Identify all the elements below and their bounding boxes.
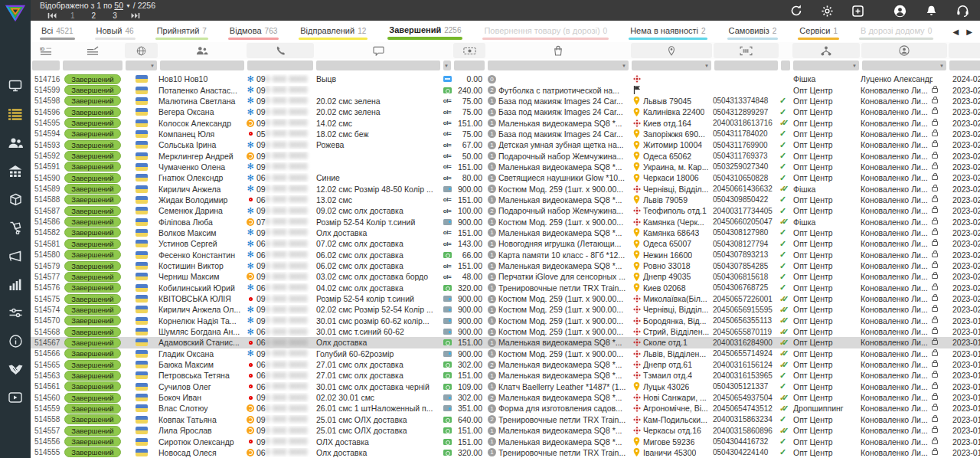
table-row[interactable]: 514594 Завершений Компанец Юля 050 000 0… [31, 129, 980, 139]
tab-Завершений[interactable]: Завершений2256 [387, 21, 462, 42]
table-row[interactable]: 514581 Завершений Устинов Сергей ✻060 00… [31, 238, 980, 249]
page-number-1[interactable]: 1 [70, 11, 75, 21]
status-badge[interactable]: Завершений [64, 381, 120, 391]
tab-Сервіси[interactable]: Сервіси1 [798, 21, 839, 42]
tab-В дорозі додому[interactable]: В дорозі додому0 [859, 21, 933, 42]
table-row[interactable]: 514570 Завершений Корнелюк Надія Та... ✻… [31, 316, 980, 326]
filter-input-payment-type[interactable]: ▼ [443, 61, 451, 70]
tab-Нема в наявності[interactable]: Нема в наявності2 [629, 21, 707, 42]
status-badge[interactable]: Завершений [64, 107, 120, 117]
table-row[interactable]: 514558 Завершений Ковпак Татьяна 090 000… [31, 414, 980, 425]
filter-input-phone[interactable] [247, 61, 313, 70]
notifications-button[interactable] [926, 5, 937, 17]
page-number-2[interactable]: 2 [92, 11, 96, 21]
sidebar-item-orders[interactable] [6, 108, 24, 123]
status-badge[interactable]: Завершений [64, 305, 120, 315]
status-badge[interactable]: Завершений [64, 195, 120, 204]
table-row[interactable]: 514580 Завершений Фесенко Константин ✻06… [31, 250, 980, 260]
table-row[interactable]: 514590 Завершений Гнатюк Олексндр ✻060 0… [31, 172, 980, 183]
column-header-date[interactable] [949, 43, 980, 58]
filter-input-tracking[interactable] [714, 61, 778, 70]
table-row[interactable]: 514555 Завершений Новосад Олеся 060 000 … [31, 447, 980, 458]
sidebar-item-marketing[interactable] [6, 250, 24, 265]
column-header-id[interactable]: ID [31, 43, 61, 58]
status-badge[interactable]: Завершений [64, 85, 120, 95]
sidebar-item-statistics[interactable] [6, 278, 24, 293]
table-row[interactable]: 514579 Завершений Костишин Виктор ✻090 0… [31, 260, 980, 271]
filter-input-comment[interactable] [316, 61, 440, 70]
filter-input-confirmed[interactable] [781, 61, 790, 70]
filter-input-delivery[interactable]: ▼ [632, 61, 711, 70]
status-badge[interactable]: Завершений [64, 348, 120, 358]
filter-input-date[interactable] [949, 61, 980, 70]
page-number-3[interactable]: 3 [113, 11, 117, 21]
status-badge[interactable]: Завершений [64, 96, 120, 106]
status-badge[interactable]: Завершений [64, 437, 120, 447]
table-row[interactable]: 514576 Завершений Кобилинський Юрий ✻060… [31, 283, 980, 293]
column-header-customer[interactable] [158, 43, 246, 58]
filter-input-products[interactable]: ▼ [488, 61, 629, 70]
last-page-button[interactable] [131, 12, 140, 19]
status-badge[interactable]: Завершений [64, 338, 120, 348]
status-badge[interactable]: Завершений [64, 327, 120, 337]
column-header-comment[interactable] [315, 43, 442, 58]
filter-input-amount[interactable] [454, 61, 485, 70]
page-size-dropdown[interactable]: 50 [114, 1, 123, 10]
filter-input-id[interactable] [32, 61, 60, 70]
filter-input-country[interactable]: ▼ [126, 61, 157, 70]
refresh-button[interactable] [790, 5, 802, 17]
status-badge[interactable]: Завершений [64, 162, 120, 172]
app-logo[interactable] [5, 2, 25, 25]
status-badge[interactable]: Завершений [64, 272, 120, 282]
status-badge[interactable]: Завершений [64, 217, 120, 227]
tab-Прийнятий[interactable]: Прийнятий7 [155, 21, 208, 42]
table-row[interactable]: 514586 Завершений Філіпова Люба 070 000 … [31, 216, 980, 227]
table-row[interactable]: 514596 Завершений Вегера Оксана ✻090 000… [31, 106, 980, 117]
table-row[interactable]: 514588 Завершений Жидак Володимир 060 00… [31, 195, 980, 205]
column-header-phone[interactable] [247, 43, 314, 58]
sidebar-item-customers[interactable] [6, 136, 24, 152]
table-row[interactable]: 514598 Завершений Малютина Светлана ✻090… [31, 96, 980, 106]
tabs-scroll-left-icon[interactable]: ◀ [953, 28, 959, 36]
status-badge[interactable]: Завершений [64, 173, 120, 183]
tab-Відправлений[interactable]: Відправлений12 [299, 21, 368, 42]
status-badge[interactable]: Завершений [64, 227, 120, 237]
table-row[interactable]: 514559 Завершений Влас Слотюу 060 000 00… [31, 403, 980, 414]
column-header-source[interactable] [792, 43, 860, 58]
table-row[interactable]: 514574 Завершений Кирилич Анжела Ол... ✻… [31, 304, 980, 315]
sidebar-item-settings[interactable] [6, 306, 24, 322]
column-header-products[interactable] [486, 43, 630, 58]
table-row[interactable]: 514592 Завершений Мерклингер Андрей 090 … [31, 150, 980, 161]
status-badge[interactable]: Завершений [64, 447, 120, 457]
filter-input-customer[interactable] [160, 61, 244, 70]
status-badge[interactable]: Завершений [64, 283, 120, 293]
tab-Відмова[interactable]: Відмова763 [228, 21, 279, 42]
status-badge[interactable]: Завершений [64, 360, 120, 370]
sidebar-item-info[interactable] [6, 335, 24, 350]
filter-input-source[interactable]: ▼ [793, 61, 859, 70]
column-header-country[interactable] [125, 43, 158, 58]
table-row[interactable]: 514593 Завершений Сольська Ірина ✻090 00… [31, 139, 980, 150]
status-badge[interactable]: Завершений [64, 151, 120, 161]
column-header-status[interactable] [61, 43, 124, 58]
table-row[interactable]: 514587 Завершений Семенюк Дарина ✻090 00… [31, 205, 980, 216]
gear-icon[interactable] [822, 5, 833, 17]
table-row[interactable]: 514568 Завершений Шумляс Богдана Ан... ✻… [31, 326, 980, 337]
status-badge[interactable]: Завершений [64, 206, 120, 216]
tab-Всі[interactable]: Всі4521 [40, 21, 75, 42]
tabs-scroll-right-icon[interactable]: ▶ [966, 28, 972, 36]
tab-Повернення товару (в дорозі)[interactable]: Повернення товару (в дорозі)0 [482, 21, 609, 42]
table-row[interactable]: 514589 Завершений Кирилич Анжела ✻090 00… [31, 183, 980, 194]
sidebar-item-partners[interactable] [6, 363, 24, 378]
column-header-manager[interactable] [861, 43, 947, 58]
status-badge[interactable]: Завершений [64, 426, 120, 436]
status-badge[interactable]: Завершений [64, 239, 120, 249]
status-badge[interactable]: Завершений [64, 140, 120, 150]
add-order-button[interactable] [852, 5, 864, 17]
tab-Новый[interactable]: Новый46 [95, 21, 136, 42]
support-button[interactable] [956, 5, 969, 17]
status-badge[interactable]: Завершений [64, 393, 120, 403]
table-row[interactable]: 514716 Завершений Нов10 Нов10 ✻090 000 0… [31, 74, 980, 84]
table-row[interactable]: 514563 Завершений Петровська Тетяна 060 … [31, 370, 980, 381]
table-row[interactable]: 514575 Завершений КВІТОВСЬКА ЮЛІЯ 090 00… [31, 293, 980, 304]
